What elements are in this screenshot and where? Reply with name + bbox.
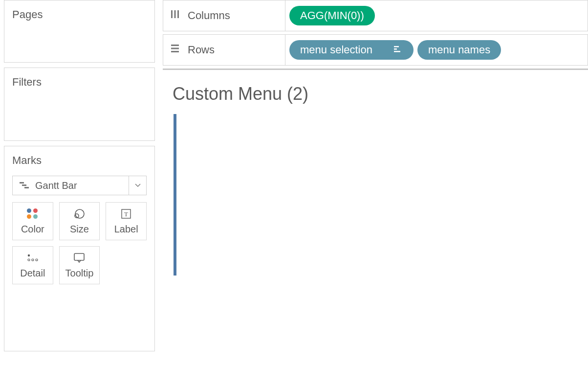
columns-label: Columns [188, 9, 230, 22]
svg-point-9 [32, 259, 34, 261]
chevron-down-icon [135, 184, 141, 187]
svg-rect-17 [171, 51, 179, 52]
rows-pills-area[interactable]: menu selection menu names [285, 35, 588, 65]
rows-shelf-label-area: Rows [163, 35, 285, 65]
right-panel: Columns AGG(MIN(0)) Rows [163, 0, 588, 368]
svg-rect-11 [74, 253, 84, 260]
svg-rect-1 [22, 184, 26, 186]
marks-title: Marks [12, 154, 147, 167]
tooltip-icon [73, 252, 86, 264]
svg-rect-15 [171, 45, 179, 46]
svg-rect-20 [394, 51, 400, 52]
left-panel: Pages Filters Marks Gantt Bar [0, 0, 159, 368]
svg-rect-16 [171, 48, 179, 49]
marks-label-button[interactable]: T Label [106, 202, 147, 240]
svg-rect-13 [174, 10, 176, 18]
columns-pills-area[interactable]: AGG(MIN(0)) [285, 0, 588, 31]
rows-label: Rows [188, 44, 215, 56]
viz-mark-bar[interactable] [174, 114, 176, 276]
marks-color-button[interactable]: Color [12, 202, 53, 240]
pill-menu-names[interactable]: menu names [417, 40, 501, 60]
sheet-title[interactable]: Custom Menu (2) [173, 84, 578, 104]
marks-size-button[interactable]: Size [59, 202, 100, 240]
color-icon [27, 208, 38, 220]
marks-detail-button[interactable]: Detail [12, 246, 53, 284]
svg-point-8 [28, 259, 30, 261]
svg-rect-0 [20, 182, 24, 184]
svg-rect-19 [394, 48, 397, 50]
svg-text:T: T [124, 210, 128, 218]
marks-card: Marks Gantt Bar [4, 146, 155, 351]
mark-type-display[interactable]: Gantt Bar [13, 176, 129, 195]
svg-rect-14 [177, 10, 179, 18]
mark-type-selector[interactable]: Gantt Bar [12, 176, 147, 195]
detail-icon [26, 252, 39, 264]
pages-shelf[interactable]: Pages [4, 0, 155, 63]
marks-color-label: Color [21, 224, 44, 235]
label-icon: T [121, 208, 131, 220]
columns-shelf-label-area: Columns [163, 0, 285, 31]
pill-label: menu selection [300, 44, 372, 56]
pages-title: Pages [12, 8, 147, 21]
marks-label-label: Label [114, 224, 138, 235]
svg-point-10 [36, 259, 38, 261]
rows-icon [170, 44, 180, 56]
svg-point-7 [28, 254, 30, 256]
rows-shelf[interactable]: Rows menu selection menu names [163, 34, 588, 66]
marks-tooltip-label: Tooltip [65, 268, 94, 279]
gantt-bar-icon [20, 180, 29, 191]
filters-shelf[interactable]: Filters [4, 68, 155, 141]
pill-menu-selection[interactable]: menu selection [289, 40, 414, 60]
svg-rect-12 [171, 10, 173, 18]
mark-type-dropdown-arrow[interactable] [129, 176, 146, 195]
viz-canvas[interactable]: Custom Menu (2) [163, 69, 588, 368]
mark-type-label: Gantt Bar [35, 180, 77, 191]
svg-rect-2 [24, 187, 29, 188]
pill-agg-min-0[interactable]: AGG(MIN(0)) [289, 6, 375, 25]
marks-detail-label: Detail [20, 268, 45, 279]
columns-icon [170, 9, 180, 22]
columns-shelf[interactable]: Columns AGG(MIN(0)) [163, 0, 588, 31]
size-icon [73, 208, 86, 220]
marks-tooltip-button[interactable]: Tooltip [59, 246, 100, 284]
svg-rect-18 [394, 46, 399, 47]
filters-title: Filters [12, 76, 147, 89]
marks-size-label: Size [70, 224, 89, 235]
sort-icon [394, 44, 403, 56]
pill-label: AGG(MIN(0)) [300, 9, 364, 22]
pill-label: menu names [428, 44, 490, 56]
